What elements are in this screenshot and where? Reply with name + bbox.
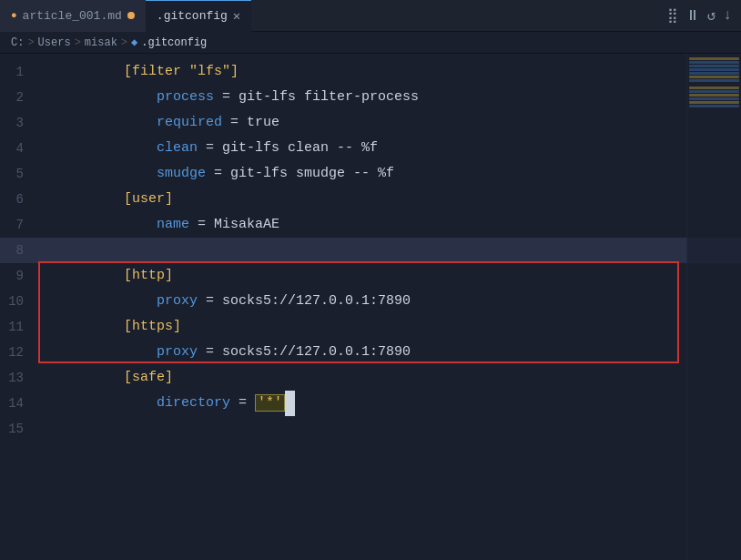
toolbar-download-icon[interactable]: ↓ [723, 7, 732, 24]
tab-article-dot [127, 12, 135, 19]
breadcrumb-sep3: > [121, 36, 127, 49]
line-num-1: 1 [0, 59, 38, 85]
line-num-6: 6 [0, 187, 38, 212]
breadcrumb-misak: misak [85, 36, 117, 49]
line-num-5: 5 [0, 161, 38, 187]
app-container: ● article_001.md .gitconfig ✕ ⣿ ⏸ ↺ ↓ C:… [0, 0, 741, 560]
minimap-line-12 [689, 97, 739, 100]
breadcrumb-sep2: > [75, 36, 81, 49]
line-num-10: 10 [0, 289, 38, 314]
line-num-4: 4 [0, 136, 38, 161]
text-cursor [285, 391, 295, 416]
line-num-2: 2 [0, 85, 38, 110]
minimap-line-11 [689, 94, 739, 97]
code-area[interactable]: 1 [filter "lfs"] 2 process = git-lfs fil… [0, 54, 741, 560]
line-content-9: [http] [38, 238, 741, 314]
line-num-8: 8 [0, 238, 38, 263]
tab-gitconfig[interactable]: .gitconfig ✕ [146, 0, 251, 32]
toolbar-grid-icon[interactable]: ⣿ [667, 6, 678, 25]
minimap-line-13 [689, 101, 739, 104]
line-num-9: 9 [0, 263, 38, 289]
code-line-7: 7 name = MisakaAE [0, 212, 741, 238]
toolbar-icons: ⣿ ⏸ ↺ ↓ [667, 6, 741, 25]
code-line-14: 14 directory = '*' [0, 391, 741, 416]
toolbar-refresh-icon[interactable]: ↺ [707, 6, 716, 25]
tab-article[interactable]: ● article_001.md [0, 0, 146, 32]
minimap-content [687, 54, 741, 116]
minimap [686, 54, 741, 560]
line-num-3: 3 [0, 110, 38, 136]
minimap-line-3 [689, 65, 739, 67]
breadcrumb-sep1: > [27, 36, 34, 49]
minimap-line-6 [689, 76, 739, 78]
breadcrumb-c: C: [11, 36, 24, 49]
highlighted-value: '*' [255, 394, 285, 412]
line-num-12: 12 [0, 340, 38, 365]
line-num-11: 11 [0, 314, 38, 340]
minimap-line-10 [689, 90, 739, 93]
breadcrumb-filename: .gitconfig [141, 36, 207, 49]
minimap-line-15 [689, 108, 739, 111]
line-content-14: directory = '*' [38, 365, 741, 442]
minimap-line-8 [689, 83, 739, 86]
tab-gitconfig-label: .gitconfig [157, 9, 228, 23]
line-num-7: 7 [0, 212, 38, 238]
minimap-line-5 [689, 72, 739, 75]
breadcrumb-diamond-icon: ◆ [131, 36, 137, 49]
tab-article-icon: ● [11, 10, 17, 21]
minimap-line-9 [689, 87, 739, 89]
minimap-line-14 [689, 105, 739, 107]
minimap-line-4 [689, 68, 739, 71]
breadcrumb: C: > Users > misak > ◆ .gitconfig [0, 32, 741, 54]
breadcrumb-users: Users [38, 36, 71, 49]
editor: 1 [filter "lfs"] 2 process = git-lfs fil… [0, 54, 741, 560]
minimap-line-1 [689, 57, 739, 60]
code-line-9: 9 [http] [0, 263, 741, 289]
line-num-14: 14 [0, 391, 38, 416]
toolbar-pause-icon[interactable]: ⏸ [685, 7, 700, 25]
minimap-line-2 [689, 61, 739, 64]
tab-article-label: article_001.md [23, 9, 122, 23]
line-num-15: 15 [0, 416, 38, 442]
tab-close-icon[interactable]: ✕ [233, 10, 240, 23]
line-num-13: 13 [0, 365, 38, 391]
tab-bar: ● article_001.md .gitconfig ✕ ⣿ ⏸ ↺ ↓ [0, 0, 741, 32]
minimap-line-7 [689, 79, 739, 82]
